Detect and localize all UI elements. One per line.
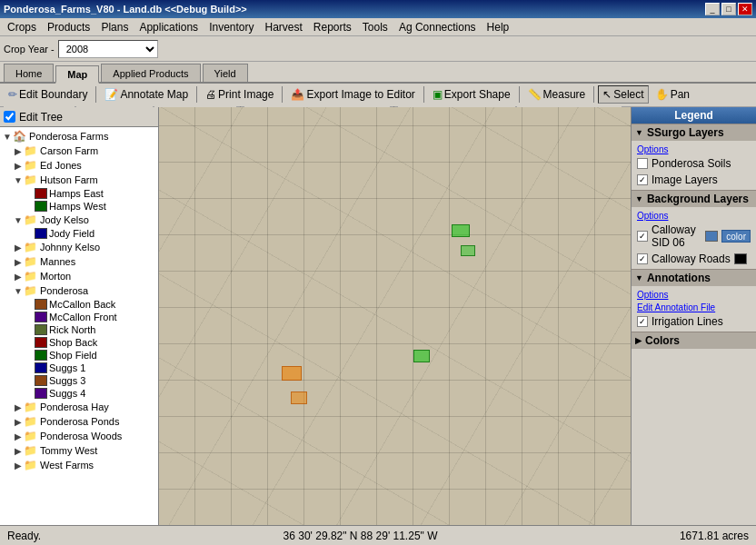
tree-item-carson-farm[interactable]: ▶📁Carson Farm [2, 144, 156, 158]
legend-checkbox-calloway-roads[interactable] [637, 253, 648, 264]
tab-applied-products[interactable]: Applied Products [101, 64, 200, 82]
expand-arrow[interactable]: ▶ [13, 431, 24, 441]
expand-arrow[interactable]: ▼ [13, 286, 24, 296]
window-controls: _ □ ✕ [705, 3, 752, 15]
tree-item-tommy-west[interactable]: ▶📁Tommy West [2, 443, 156, 458]
tree-item-rick-north[interactable]: Rick North [2, 323, 156, 336]
menu-item-tools[interactable]: Tools [357, 19, 393, 35]
tree-item-label: Hamps West [49, 201, 106, 212]
menu-item-inventory[interactable]: Inventory [204, 19, 259, 35]
export-editor-button[interactable]: 📤 Export Image to Editor [286, 85, 419, 104]
menu-item-crops[interactable]: Crops [2, 19, 42, 35]
collapse-icon: ▼ [635, 194, 643, 203]
legend-item-image-layers[interactable]: Image Layers [637, 172, 751, 188]
legend-checkbox-irrigation-lines[interactable] [637, 316, 648, 327]
select-button[interactable]: ↖ Select [598, 85, 648, 104]
options-anchor[interactable]: Options [637, 144, 668, 154]
legend-checkbox-image-layers[interactable] [637, 174, 648, 185]
print-image-button[interactable]: 🖨 Print Image [201, 85, 278, 104]
menu-item-help[interactable]: Help [482, 19, 515, 35]
tab-home[interactable]: Home [4, 64, 54, 82]
tree-item-johnny-kelso[interactable]: ▶📁Johnny Kelso [2, 240, 156, 254]
expand-arrow[interactable]: ▶ [13, 257, 24, 267]
legend-section-background[interactable]: ▼Background Layers [632, 190, 756, 207]
edit-link-anchor[interactable]: Edit Annotation File [637, 302, 715, 312]
menu-item-applications[interactable]: Applications [134, 19, 204, 35]
tree-item-shop-field[interactable]: Shop Field [2, 349, 156, 362]
tree-item-mccallon-front[interactable]: McCallon Front [2, 311, 156, 323]
tree-item-ed-jones[interactable]: ▶📁Ed Jones [2, 158, 156, 173]
expand-arrow[interactable]: ▶ [13, 146, 24, 156]
tree-item-label: Hutson Farm [40, 174, 98, 185]
menu-item-ag-connections[interactable]: Ag Connections [393, 19, 482, 35]
export-shape-button[interactable]: ▣ Export Shape [428, 85, 515, 104]
edit-boundary-button[interactable]: ✏ Edit Boundary [4, 85, 92, 104]
legend-checkbox-calloway-sid[interactable] [637, 231, 648, 242]
field-icon [35, 388, 47, 399]
legend-item-calloway-sid[interactable]: Calloway SID 06color [637, 222, 751, 251]
expand-arrow[interactable]: ▶ [13, 446, 24, 456]
options-link[interactable]: Options [637, 209, 751, 222]
tree-item-hamps-east[interactable]: Hamps East [2, 187, 156, 200]
tree-item-ponderosa-farms[interactable]: ▼🏠Ponderosa Farms [2, 129, 156, 144]
expand-arrow[interactable]: ▶ [13, 402, 24, 412]
edit-annotation-link[interactable]: Edit Annotation File [637, 301, 751, 313]
color-button-calloway-sid[interactable]: color [721, 230, 751, 243]
tree-item-suggs-3[interactable]: Suggs 3 [2, 374, 156, 387]
menu-item-harvest[interactable]: Harvest [259, 19, 307, 35]
tab-map[interactable]: Map [55, 65, 99, 84]
legend-section-colors[interactable]: ▶Colors [632, 332, 756, 349]
farm-icon: 📁 [24, 401, 38, 413]
annotate-map-button[interactable]: 📝 Annotate Map [100, 85, 193, 104]
expand-arrow[interactable]: ▼ [13, 175, 24, 185]
tree-item-hutson-farm[interactable]: ▼📁Hutson Farm [2, 173, 156, 187]
tree-item-suggs-4[interactable]: Suggs 4 [2, 387, 156, 400]
minimize-button[interactable]: _ [705, 3, 720, 15]
options-anchor[interactable]: Options [637, 290, 668, 300]
tree-item-west-farms[interactable]: ▶📁West Farms [2, 458, 156, 472]
crop-year-select[interactable]: 2008 [58, 40, 158, 58]
tree-item-mccallon-back[interactable]: McCallon Back [2, 298, 156, 311]
tree-item-shop-back[interactable]: Shop Back [2, 336, 156, 349]
options-link[interactable]: Options [637, 143, 751, 155]
tree-item-ponderosa-woods[interactable]: ▶📁Ponderosa Woods [2, 429, 156, 443]
legend-checkbox-ponderosa-soils[interactable] [637, 158, 648, 169]
measure-button[interactable]: 📏 Measure [523, 85, 591, 104]
tree-item-jody-field[interactable]: Jody Field [2, 227, 156, 240]
tree-item-ponderosa-ponds[interactable]: ▶📁Ponderosa Ponds [2, 414, 156, 429]
maximize-button[interactable]: □ [721, 3, 736, 15]
field-icon [35, 299, 47, 310]
close-button[interactable]: ✕ [738, 3, 752, 15]
options-anchor[interactable]: Options [637, 211, 668, 221]
legend-item-calloway-roads[interactable]: Calloway Roads [637, 251, 751, 267]
expand-arrow[interactable]: ▶ [13, 417, 24, 427]
legend-item-label: Ponderosa Soils [652, 157, 731, 170]
tree-item-ponderosa[interactable]: ▼📁Ponderosa [2, 283, 156, 298]
menu-item-plans[interactable]: Plans [95, 19, 134, 35]
expand-arrow[interactable]: ▼ [13, 215, 24, 225]
legend-section-ssurgo[interactable]: ▼SSurgo Layers [632, 124, 756, 141]
tree-item-hamps-west[interactable]: Hamps West [2, 200, 156, 213]
tree-item-morton[interactable]: ▶📁Morton [2, 269, 156, 283]
tree-item-suggs-1[interactable]: Suggs 1 [2, 362, 156, 374]
tree-item-mannes[interactable]: ▶📁Mannes [2, 254, 156, 269]
expand-arrow[interactable]: ▼ [2, 132, 13, 142]
legend-item-irrigation-lines[interactable]: Irrigation Lines [637, 313, 751, 330]
tab-yield[interactable]: Yield [203, 64, 248, 82]
menu-item-reports[interactable]: Reports [308, 19, 357, 35]
pan-button[interactable]: ✋ Pan [651, 85, 694, 104]
expand-arrow[interactable]: ▶ [13, 461, 24, 471]
tree-item-ponderosa-hay[interactable]: ▶📁Ponderosa Hay [2, 400, 156, 414]
acres-display: 1671.81 acres [680, 530, 749, 542]
expand-arrow[interactable]: ▶ [13, 161, 24, 171]
tree-item-jody-kelso[interactable]: ▼📁Jody Kelso [2, 213, 156, 227]
legend-item-ponderosa-soils[interactable]: Ponderosa Soils [637, 155, 751, 172]
options-link[interactable]: Options [637, 288, 751, 301]
field-icon [35, 324, 47, 335]
legend-section-annotations[interactable]: ▼Annotations [632, 269, 756, 286]
map-area[interactable] [159, 107, 631, 525]
expand-arrow[interactable]: ▶ [13, 243, 24, 253]
edit-tree-checkbox[interactable] [4, 111, 15, 123]
menu-item-products[interactable]: Products [42, 19, 95, 35]
expand-arrow[interactable]: ▶ [13, 272, 24, 282]
